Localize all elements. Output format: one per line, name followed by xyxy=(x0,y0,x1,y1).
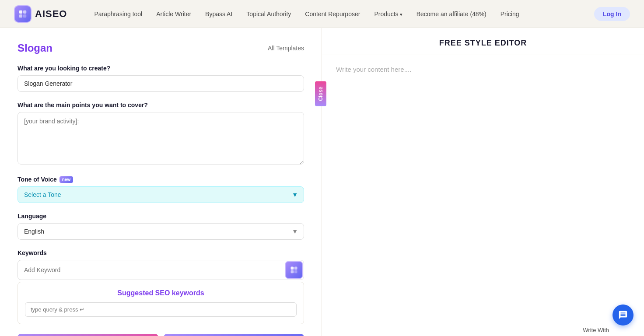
bottom-buttons-row: Generate Goals xyxy=(18,334,304,336)
all-templates-link[interactable]: All Templates xyxy=(268,45,304,52)
svg-rect-2 xyxy=(19,14,22,17)
main-container: Slogan All Templates What are you lookin… xyxy=(0,28,644,336)
editor-header: FREE STYLE EDITOR xyxy=(322,28,644,55)
write-with-label: Write With xyxy=(583,324,609,336)
create-group: What are you looking to create? xyxy=(18,65,304,92)
generate-button[interactable]: Generate xyxy=(18,334,158,336)
svg-rect-5 xyxy=(294,267,298,270)
login-button[interactable]: Log In xyxy=(594,7,630,21)
keyword-input-wrapper xyxy=(18,260,304,280)
panel-title: Slogan xyxy=(18,42,52,54)
main-points-group: What are the main points you want to cov… xyxy=(18,102,304,166)
editor-area[interactable]: Close Write your content here.... xyxy=(322,55,644,336)
close-button[interactable]: Close xyxy=(315,81,326,106)
editor-title: FREE STYLE EDITOR xyxy=(336,38,630,48)
goals-button[interactable]: Goals xyxy=(164,334,304,336)
svg-rect-6 xyxy=(291,270,294,273)
logo-text: AISEO xyxy=(35,8,67,20)
nav-content-repurposer[interactable]: Content Repurposer xyxy=(299,7,366,21)
tone-select[interactable]: Select a Tone Formal Casual Humorous Pro… xyxy=(18,186,304,203)
editor-placeholder: Write your content here.... xyxy=(336,66,411,73)
chat-bubble[interactable] xyxy=(612,304,634,326)
svg-rect-3 xyxy=(23,14,26,17)
seo-query-input[interactable] xyxy=(25,302,297,317)
nav-article-writer[interactable]: Article Writer xyxy=(150,7,197,21)
new-badge: new xyxy=(60,176,73,183)
nav-pricing[interactable]: Pricing xyxy=(494,7,525,21)
nav-affiliate[interactable]: Become an affiliate (48%) xyxy=(410,7,493,21)
tone-label: Tone of Voice xyxy=(18,176,57,183)
keywords-group: Keywords Suggested SEO keywords xyxy=(18,249,304,324)
nav-links: Paraphrasing tool Article Writer Bypass … xyxy=(88,7,594,21)
logo-icon xyxy=(14,5,32,23)
svg-rect-0 xyxy=(19,10,22,13)
main-points-textarea[interactable] xyxy=(18,112,304,164)
navbar: AISEO Paraphrasing tool Article Writer B… xyxy=(0,0,644,28)
main-points-label: What are the main points you want to cov… xyxy=(18,102,304,108)
nav-bypass-ai[interactable]: Bypass AI xyxy=(199,7,238,21)
right-panel: FREE STYLE EDITOR Close Write your conte… xyxy=(322,28,644,336)
tone-select-wrapper: Select a Tone Formal Casual Humorous Pro… xyxy=(18,186,304,203)
seo-suggestions-box: Suggested SEO keywords xyxy=(18,282,304,324)
svg-rect-1 xyxy=(23,10,26,13)
nav-paraphrasing-tool[interactable]: Paraphrasing tool xyxy=(88,7,148,21)
language-label: Language xyxy=(18,213,304,220)
nav-products[interactable]: Products xyxy=(368,7,408,21)
keyword-input[interactable] xyxy=(18,262,284,278)
svg-rect-4 xyxy=(291,267,294,270)
tone-group: Tone of Voice new Select a Tone Formal C… xyxy=(18,176,304,203)
create-input[interactable] xyxy=(18,75,304,92)
left-panel: Slogan All Templates What are you lookin… xyxy=(0,28,322,336)
tone-label-row: Tone of Voice new xyxy=(18,176,304,183)
create-label: What are you looking to create? xyxy=(18,65,304,72)
keyword-ai-button[interactable] xyxy=(285,261,303,279)
keywords-label: Keywords xyxy=(18,249,304,256)
language-group: Language English Spanish French German ▼ xyxy=(18,213,304,240)
panel-header: Slogan All Templates xyxy=(18,42,304,54)
seo-suggestions-title: Suggested SEO keywords xyxy=(25,289,297,297)
nav-topical-authority[interactable]: Topical Authority xyxy=(240,7,297,21)
svg-rect-7 xyxy=(294,270,298,273)
logo-area: AISEO xyxy=(14,5,67,23)
language-select-wrapper: English Spanish French German ▼ xyxy=(18,223,304,240)
language-select[interactable]: English Spanish French German xyxy=(18,223,304,240)
